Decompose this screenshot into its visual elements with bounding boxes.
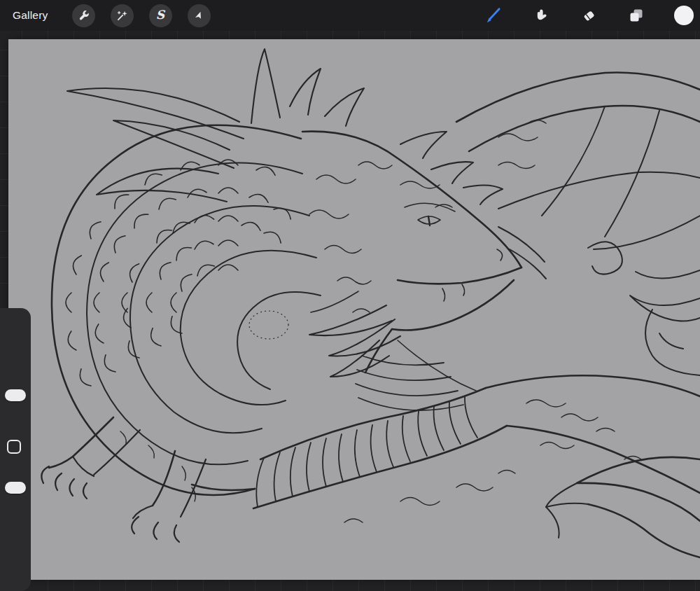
- brush-icon: [484, 6, 503, 25]
- smudge-icon: [533, 7, 550, 24]
- toolbar-left-group: Gallery S: [0, 4, 211, 27]
- color-button[interactable]: [675, 6, 693, 25]
- opacity-slider[interactable]: [5, 482, 26, 494]
- color-swatch-circle: [673, 5, 694, 26]
- magic-wand-icon: [115, 9, 129, 22]
- canvas-artwork: [8, 39, 700, 580]
- erase-tool-button[interactable]: [580, 6, 598, 25]
- selection-s-icon: S: [156, 9, 164, 21]
- transform-button[interactable]: [188, 4, 211, 27]
- layers-button[interactable]: [627, 6, 645, 25]
- eraser-icon: [580, 7, 597, 24]
- paint-tool-button[interactable]: [484, 6, 503, 25]
- top-toolbar: Gallery S: [0, 0, 700, 31]
- canvas[interactable]: [8, 39, 700, 580]
- modify-button[interactable]: [7, 440, 21, 454]
- layers-icon: [628, 7, 645, 24]
- actions-button[interactable]: [72, 4, 95, 27]
- wrench-icon: [77, 9, 90, 22]
- brush-size-slider[interactable]: [5, 389, 26, 401]
- selection-button[interactable]: S: [149, 4, 172, 27]
- toolbar-right-group: [484, 0, 693, 31]
- sidebar: [0, 308, 31, 591]
- transform-arrow-icon: [192, 9, 206, 22]
- adjustments-button[interactable]: [111, 4, 134, 27]
- gallery-button[interactable]: Gallery: [13, 9, 48, 22]
- smudge-tool-button[interactable]: [532, 6, 550, 25]
